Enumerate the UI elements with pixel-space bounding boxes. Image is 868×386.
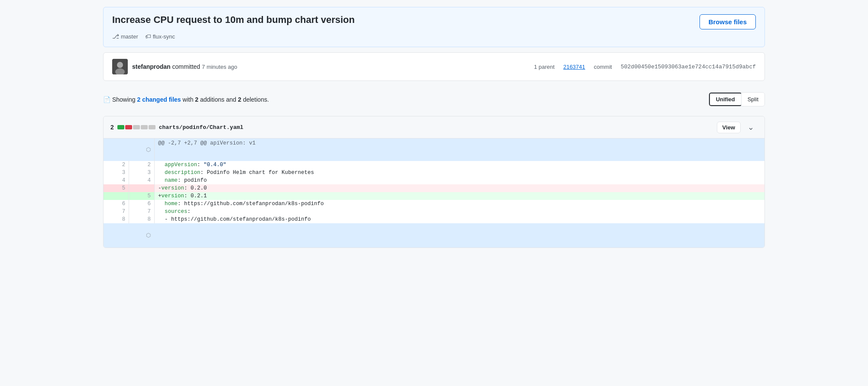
new-line-num: 3 [129,169,155,177]
parent-label: 1 parent [534,64,555,70]
table-row: 8 8 - https://github.com/stefanprodan/k8… [104,216,764,223]
new-line-num: 2 [129,161,155,169]
diff-file-header: 2 charts/podinfo/Chart.yaml View ⌄ [104,116,764,138]
stat-bar-green [117,125,124,129]
commit-details-right: 1 parent 2163741 commit 502d00450e150930… [534,64,756,70]
author-name: stefanprodan [132,63,171,70]
commit-label: commit [594,64,612,70]
chevron-down-icon: ⌄ [748,123,754,132]
old-line-num: 5 [104,184,129,192]
expand-icon: ⬡ [146,147,151,153]
table-row: 2 2 appVersion: "0.4.0" [104,161,764,169]
commit-time-label: 7 minutes ago [202,64,237,70]
commit-meta: stefanprodan committed 7 minutes ago 1 p… [103,52,765,81]
file-view-button[interactable]: View [717,122,741,133]
new-line-num: 5 [129,192,155,200]
old-line-num: 6 [104,200,129,208]
line-content: description: Podinfo Helm chart for Kube… [155,169,764,177]
stat-bar-red [125,125,132,129]
hunk-header-row: ⬡ @@ -2,7 +2,7 @@ apiVersion: v1 [104,138,764,161]
hunk-bottom-row: ⬡ [104,223,764,248]
hunk-header-text: @@ -2,7 +2,7 @@ apiVersion: v1 [155,138,764,161]
hunk-expand-icon: ⬡ [104,138,155,161]
line-content: appVersion: "0.4.0" [155,161,764,169]
old-line-num: 3 [104,169,129,177]
old-line-num: 4 [104,177,129,184]
changed-files-label: changed files [142,96,181,103]
diff-file: 2 charts/podinfo/Chart.yaml View ⌄ [103,116,765,248]
branch-ref: ⎇ master [112,33,138,40]
file-path: charts/podinfo/Chart.yaml [159,124,243,131]
tag-name: flux-sync [153,33,175,40]
table-row: 5 +version: 0.2.1 [104,192,764,200]
author-info: stefanprodan committed 7 minutes ago [132,63,237,70]
expand-bottom-icon: ⬡ [146,233,151,239]
table-row: 6 6 home: https://github.com/stefanproda… [104,200,764,208]
table-row: 4 4 name: podinfo [104,177,764,184]
diff-file-header-left: 2 charts/podinfo/Chart.yaml [110,124,243,131]
old-line-num [104,192,129,200]
commit-refs: ⎇ master 🏷 flux-sync [112,33,756,40]
svg-point-1 [117,62,123,68]
diff-file-header-right: View ⌄ [717,121,758,134]
stat-bar-gray-3 [149,125,155,129]
hunk-bottom-expand-icon: ⬡ [104,223,155,248]
unified-view-button[interactable]: Unified [709,93,742,106]
collapse-button[interactable]: ⌄ [744,121,758,134]
new-line-num: 8 [129,216,155,223]
stat-bar-gray-2 [141,125,148,129]
browse-files-button[interactable]: Browse files [700,14,756,29]
deletions-count: 2 [238,96,241,103]
line-content: +version: 0.2.1 [155,192,764,200]
tag-icon: 🏷 [145,33,151,40]
file-changes-num: 2 [110,124,114,131]
tag-ref: 🏷 flux-sync [145,33,175,40]
line-content: name: podinfo [155,177,764,184]
new-line-num: 4 [129,177,155,184]
new-line-num [129,184,155,192]
line-content: -version: 0.2.0 [155,184,764,192]
split-view-button[interactable]: Split [742,93,764,106]
line-content: sources: [155,208,764,216]
changed-files-count[interactable]: 2 [137,96,140,103]
branch-icon: ⎇ [112,33,119,40]
parent-hash-link[interactable]: 2163741 [563,64,585,70]
diff-stat-bars [117,125,155,129]
commit-title: Increase CPU request to 10m and bump cha… [112,14,691,26]
diff-table: ⬡ @@ -2,7 +2,7 @@ apiVersion: v1 2 2 app… [104,138,764,248]
new-line-num: 7 [129,208,155,216]
avatar [112,59,128,74]
line-content: - https://github.com/stefanprodan/k8s-po… [155,216,764,223]
old-line-num: 8 [104,216,129,223]
new-line-num: 6 [129,200,155,208]
diff-icon: 📄 [103,96,110,103]
table-row: 3 3 description: Podinfo Helm chart for … [104,169,764,177]
table-row: 7 7 sources: [104,208,764,216]
commit-author-section: stefanprodan committed 7 minutes ago [112,59,237,74]
line-content: home: https://github.com/stefanprodan/k8… [155,200,764,208]
diff-summary-bar: 📄 Showing 2 changed files with 2 additio… [103,88,765,111]
commit-action-label: committed [172,63,201,70]
commit-hash: 502d00450e15093063ae1e724cc14a7915d9abcf [621,64,756,70]
old-line-num: 7 [104,208,129,216]
diff-summary-text: 📄 Showing 2 changed files with 2 additio… [103,96,269,103]
view-toggle: Unified Split [709,92,765,106]
branch-name: master [121,33,138,40]
old-line-num: 2 [104,161,129,169]
stat-bar-gray-1 [133,125,140,129]
additions-count: 2 [195,96,198,103]
table-row: 5 -version: 0.2.0 [104,184,764,192]
commit-header: Increase CPU request to 10m and bump cha… [103,7,765,47]
